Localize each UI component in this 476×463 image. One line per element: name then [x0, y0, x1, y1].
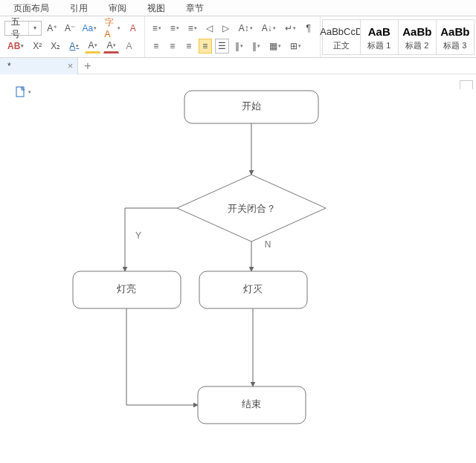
para-spacing-button[interactable]: ‖▾	[249, 39, 263, 54]
indent-button[interactable]: ▷	[219, 21, 233, 36]
document-tab[interactable]: * ×	[0, 58, 78, 74]
flowchart-diagram[interactable]: 开始 开关闭合？ Y N 灯亮 灯灭 结束	[36, 74, 452, 461]
highlight-button[interactable]: AB▾	[4, 39, 27, 54]
paragraph-group: ≡▾ ≡▾ ≡▾ ◁ ▷ A↕▾ A↓▾ ↵▾ ¶ ≡ ≡ ≡ ≡ ☰ ‖▾ ‖…	[145, 16, 321, 57]
document-canvas[interactable]: 开始 开关闭合？ Y N 灯亮 灯灭 结束	[36, 74, 476, 463]
align-right-button[interactable]: ≡	[182, 39, 196, 54]
numbering-button[interactable]: ≡▾	[167, 21, 182, 36]
style-preview: AaBb	[402, 22, 431, 40]
shading-button[interactable]: ▦▾	[266, 39, 284, 54]
style-label: 正文	[333, 40, 350, 51]
style-label: 标题 1	[367, 40, 390, 51]
style-heading1[interactable]: AaB 标题 1	[360, 19, 399, 55]
chevron-down-icon[interactable]: ▾	[28, 22, 41, 35]
flow-end-label: 结束	[242, 398, 261, 409]
style-label: 标题 2	[405, 40, 428, 51]
change-case-button[interactable]: Aa▾	[80, 21, 99, 36]
style-preview: AaBbCcD	[320, 22, 362, 40]
char-shading-button[interactable]: A▾	[103, 39, 119, 54]
char-border-button[interactable]: A	[122, 39, 135, 54]
flow-no-label: N	[265, 239, 271, 250]
flow-connector	[126, 308, 198, 405]
clear-format-button[interactable]: A	[126, 21, 140, 36]
tab-review[interactable]: 审阅	[98, 0, 137, 16]
show-marks-button[interactable]: ¶	[302, 21, 315, 36]
tab-references[interactable]: 引用	[60, 0, 98, 16]
chevron-down-icon: ▾	[28, 89, 31, 95]
bullets-button[interactable]: ≡▾	[149, 21, 164, 36]
font-size-value: 五号	[5, 16, 28, 41]
flow-off-label: 灯灭	[243, 283, 263, 294]
menu-tab-bar: 页面布局 引用 审阅 视图 章节	[0, 0, 476, 16]
page-margin-marker	[460, 80, 473, 89]
add-tab-button[interactable]: +	[78, 60, 97, 72]
document-tab-title: *	[7, 61, 11, 71]
borders-button[interactable]: ⊞▾	[287, 39, 304, 54]
font-size-combo[interactable]: 五号 ▾	[4, 21, 42, 36]
tab-view[interactable]: 视图	[137, 0, 176, 16]
flow-yes-label: Y	[135, 230, 141, 241]
close-tab-icon[interactable]: ×	[68, 60, 74, 71]
flow-start-label: 开始	[242, 100, 261, 111]
text-highlight-button[interactable]: A▾	[85, 39, 100, 54]
line-spacing-button[interactable]: ‖▾	[232, 39, 246, 54]
outdent-button[interactable]: ◁	[203, 21, 216, 36]
document-tab-bar: * × +	[0, 58, 476, 74]
flow-connector-yes	[125, 208, 177, 271]
font-color-button[interactable]: A▾	[66, 39, 82, 54]
phonetic-guide-button[interactable]: 字A▾	[102, 21, 123, 36]
flow-on-label: 灯亮	[117, 283, 136, 294]
shrink-font-button[interactable]: A⁻	[62, 21, 77, 36]
font-group: 五号 ▾ A⁺ A⁻ Aa▾ 字A▾ A AB▾ X² X₂ A▾ A▾ A▾ …	[0, 16, 145, 57]
tab-sections[interactable]: 章节	[176, 0, 214, 16]
ribbon: 五号 ▾ A⁺ A⁻ Aa▾ 字A▾ A AB▾ X² X₂ A▾ A▾ A▾ …	[0, 16, 476, 58]
linebreak-button[interactable]: ↵▾	[282, 21, 299, 36]
char-scale-button[interactable]: A↕▾	[236, 21, 256, 36]
multilevel-button[interactable]: ≡▾	[185, 21, 200, 36]
subscript-button[interactable]: X₂	[48, 39, 63, 54]
style-normal[interactable]: AaBbCcD 正文	[322, 19, 361, 55]
style-heading3[interactable]: AaBb 标题 3	[436, 19, 475, 55]
style-label: 标题 3	[443, 40, 466, 51]
align-left-button[interactable]: ≡	[149, 39, 163, 54]
grow-font-button[interactable]: A⁺	[45, 21, 60, 36]
style-preview: AaBb	[440, 22, 469, 40]
styles-gallery: AaBbCcD 正文 AaB 标题 1 AaBb 标题 2 AaBb 标题 3	[321, 16, 476, 57]
style-preview: AaB	[368, 22, 390, 40]
align-justify-button[interactable]: ≡	[199, 39, 212, 54]
distribute-button[interactable]: ☰	[215, 39, 229, 54]
superscript-button[interactable]: X²	[30, 39, 45, 54]
style-heading2[interactable]: AaBb 标题 2	[398, 19, 437, 55]
navigation-pane: ▾	[0, 74, 36, 463]
align-center-button[interactable]: ≡	[166, 39, 179, 54]
flow-decision-label: 开关闭合？	[228, 203, 276, 214]
sort-button[interactable]: A↓▾	[259, 21, 279, 36]
tab-page-layout[interactable]: 页面布局	[3, 0, 60, 16]
nav-doc-icon[interactable]: ▾	[16, 86, 31, 98]
workspace: ▾ 开始 开关闭合？ Y N 灯亮	[0, 74, 476, 463]
